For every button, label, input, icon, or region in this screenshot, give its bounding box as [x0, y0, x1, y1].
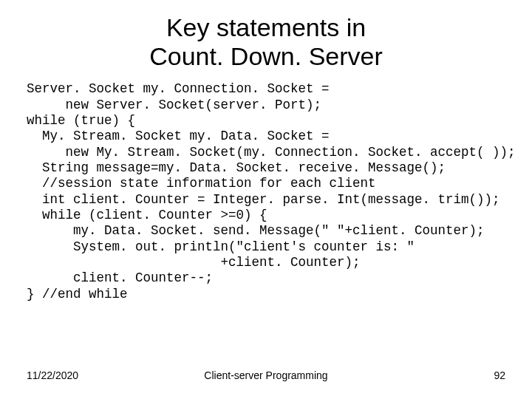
footer-page: 92: [494, 369, 505, 381]
title-line-1: Key statements in: [166, 13, 366, 41]
slide: Key statements in Count. Down. Server Se…: [0, 0, 532, 399]
title-line-2: Count. Down. Server: [149, 42, 383, 70]
slide-title: Key statements in Count. Down. Server: [27, 13, 505, 71]
footer: 11/22/2020 Client-server Programming 92: [27, 369, 505, 381]
code-block: Server. Socket my. Connection. Socket = …: [27, 81, 505, 302]
footer-center: Client-server Programming: [27, 369, 505, 381]
footer-date: 11/22/2020: [27, 369, 78, 381]
